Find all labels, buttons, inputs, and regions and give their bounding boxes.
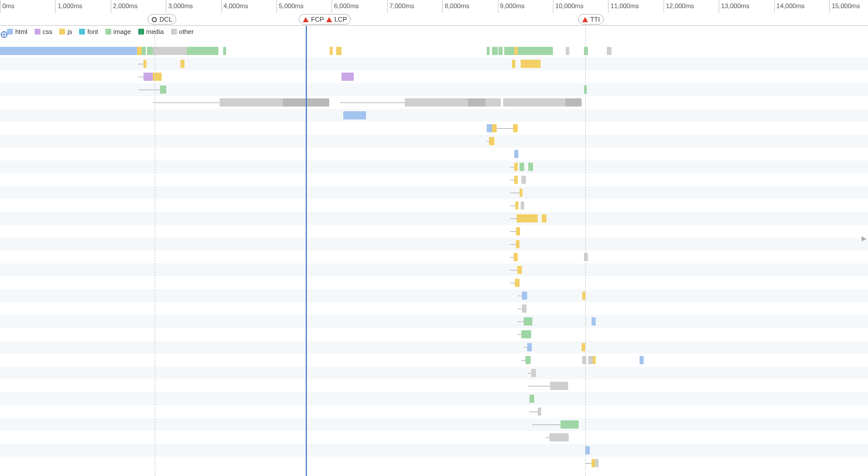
request-wait-tail[interactable] <box>510 193 520 193</box>
waterfall-row[interactable] <box>0 160 868 173</box>
request-wait-tail[interactable] <box>138 64 143 64</box>
request-segment-image[interactable] <box>498 47 503 55</box>
request-segment-other[interactable] <box>549 433 569 441</box>
request-segment-css[interactable] <box>143 73 153 81</box>
waterfall-row[interactable] <box>0 83 868 96</box>
waterfall-row[interactable] <box>0 109 868 122</box>
request-wait-tail[interactable] <box>340 102 404 103</box>
waterfall-row[interactable] <box>0 57 868 70</box>
playhead[interactable] <box>306 0 307 476</box>
waterfall-row[interactable] <box>0 212 868 225</box>
request-wait-tail[interactable] <box>510 180 514 180</box>
request-segment-css[interactable] <box>341 73 354 81</box>
waterfall-row[interactable] <box>0 367 868 379</box>
request-segment-other[interactable] <box>220 98 283 107</box>
request-segment-image[interactable] <box>529 395 534 403</box>
waterfall-row[interactable] <box>0 431 868 444</box>
waterfall-row[interactable] <box>0 199 868 212</box>
request-segment-js[interactable] <box>515 279 520 287</box>
request-segment-html[interactable] <box>522 292 527 300</box>
request-wait-tail[interactable] <box>510 270 517 270</box>
waterfall-row[interactable] <box>0 251 868 263</box>
request-segment-image[interactable] <box>147 47 153 55</box>
legend-item-media[interactable]: media <box>138 28 164 35</box>
request-segment-js[interactable] <box>516 227 521 235</box>
legend-item-css[interactable]: css <box>35 28 53 35</box>
request-wait-tail[interactable] <box>546 437 550 438</box>
legend-item-image[interactable]: image <box>105 28 131 35</box>
request-segment-other[interactable] <box>503 98 565 107</box>
waterfall-row[interactable] <box>0 379 868 392</box>
request-wait-tail[interactable] <box>524 347 527 348</box>
request-segment-html[interactable] <box>527 343 532 351</box>
request-segment-html[interactable] <box>585 446 590 454</box>
request-segment-js[interactable] <box>180 60 185 68</box>
waterfall-row[interactable] <box>0 276 868 289</box>
waterfall-row[interactable] <box>0 44 868 57</box>
request-wait-tail[interactable] <box>510 206 515 206</box>
request-segment-image[interactable] <box>160 85 166 94</box>
request-segment-other[interactable] <box>531 369 536 377</box>
legend-item-html[interactable]: html <box>7 28 28 35</box>
request-segment-image[interactable] <box>528 163 533 171</box>
request-segment-other[interactable] <box>405 98 468 107</box>
request-segment-other[interactable] <box>538 407 542 416</box>
request-segment-js[interactable] <box>517 214 538 222</box>
waterfall-row[interactable] <box>0 225 868 238</box>
request-segment-image[interactable] <box>223 47 226 55</box>
request-segment-other[interactable] <box>521 201 524 210</box>
request-segment-js[interactable] <box>514 163 518 171</box>
legend-item-js[interactable]: js <box>59 28 72 35</box>
waterfall-row[interactable] <box>0 392 868 405</box>
request-segment-html[interactable] <box>0 47 137 55</box>
request-segment-js[interactable] <box>514 176 518 184</box>
waterfall-row[interactable] <box>0 238 868 251</box>
request-segment-js[interactable] <box>521 60 541 68</box>
request-segment-js[interactable] <box>592 459 595 467</box>
request-segment-js[interactable] <box>514 47 518 55</box>
waterfall-row[interactable] <box>0 148 868 160</box>
time-ruler[interactable]: 0ms1,000ms2,000ms3,000ms4,000ms5,000ms6,… <box>0 0 868 13</box>
request-segment-image[interactable] <box>521 330 526 338</box>
waterfall-row[interactable] <box>0 173 868 186</box>
request-segment-html[interactable] <box>343 111 366 119</box>
request-wait-tail[interactable] <box>510 167 514 167</box>
request-wait-tail[interactable] <box>510 244 515 245</box>
request-segment-js[interactable] <box>492 124 497 132</box>
request-wait-tail[interactable] <box>510 218 516 219</box>
request-segment-image[interactable] <box>561 420 579 429</box>
request-segment-html[interactable] <box>592 317 596 326</box>
legend-item-font[interactable]: font <box>79 28 98 35</box>
request-segment-js[interactable] <box>330 47 333 55</box>
request-segment-image[interactable] <box>518 47 553 55</box>
request-segment-other[interactable] <box>522 304 527 313</box>
request-wait-tail[interactable] <box>153 102 220 103</box>
timing-marker[interactable]: TTI <box>578 14 604 25</box>
request-segment-js[interactable] <box>513 124 518 132</box>
request-segment-image[interactable] <box>487 47 490 55</box>
request-wait-tail[interactable] <box>518 321 523 322</box>
request-segment-html[interactable] <box>487 124 492 132</box>
request-segment-js[interactable] <box>137 47 142 55</box>
request-segment-html[interactable] <box>514 150 519 158</box>
request-segment-image[interactable] <box>142 47 146 55</box>
request-segment-other-dk[interactable] <box>468 98 486 107</box>
request-segment-image[interactable] <box>526 330 531 338</box>
waterfall-row[interactable] <box>0 341 868 354</box>
waterfall-row[interactable] <box>0 302 868 315</box>
request-segment-other[interactable] <box>607 47 611 55</box>
request-wait-tail[interactable] <box>497 128 513 129</box>
waterfall-row[interactable] <box>0 96 868 109</box>
request-segment-other[interactable] <box>588 356 593 364</box>
timing-marker[interactable]: DCL <box>148 14 176 25</box>
request-wait-tail[interactable] <box>518 296 522 296</box>
request-segment-image[interactable] <box>492 47 497 55</box>
request-segment-image[interactable] <box>187 47 218 55</box>
request-segment-js[interactable] <box>593 356 596 364</box>
waterfall-row[interactable] <box>0 444 868 457</box>
request-wait-tail[interactable] <box>518 309 522 309</box>
waterfall-row[interactable] <box>0 122 868 135</box>
request-segment-other[interactable] <box>595 459 599 467</box>
request-wait-tail[interactable] <box>510 231 515 232</box>
request-segment-other[interactable] <box>486 98 501 107</box>
